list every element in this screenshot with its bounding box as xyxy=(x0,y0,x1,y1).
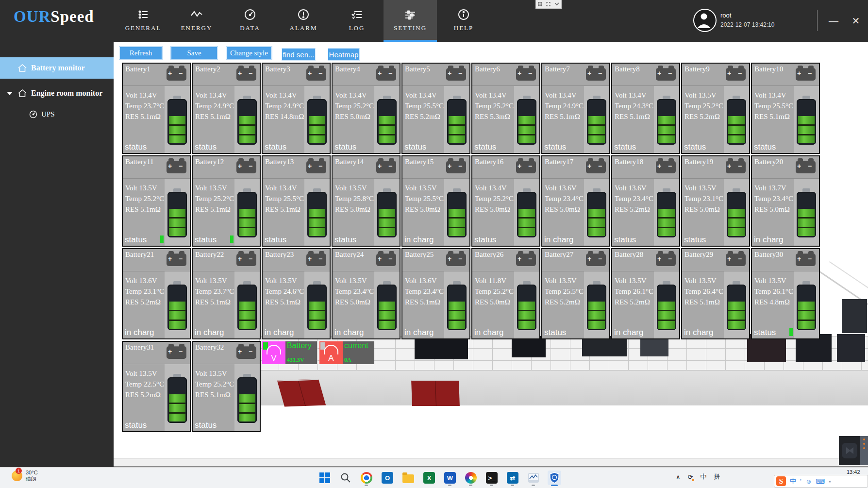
gauge-icon xyxy=(29,110,37,118)
battery-card[interactable]: Battery28 + − Volt 13.5V Temp 26.1°C RES… xyxy=(611,248,680,339)
battery-card[interactable]: Battery13 + − Volt 13.4V Temp 25.5°C RES… xyxy=(262,155,331,247)
battery-card[interactable]: Battery7 + − Volt 13.4V Temp 24.9°C RES … xyxy=(541,63,610,154)
taskbar-chrome-icon[interactable] xyxy=(360,471,373,485)
charge-indicator xyxy=(160,236,164,243)
battery-fill xyxy=(798,302,815,329)
taskbar-outlook-icon[interactable]: O xyxy=(381,471,394,485)
battery-card-header: Battery12 + − xyxy=(193,156,260,179)
battery-card[interactable]: Battery12 + − Volt 13.5V Temp 25.2°C RES… xyxy=(192,155,261,247)
battery-card[interactable]: Battery9 + − Volt 13.5V Temp 25.2°C RES … xyxy=(681,63,750,154)
battery-card[interactable]: Battery32 + − Volt 13.5V Temp 25.2°C RES… xyxy=(192,341,261,432)
nav-item-setting[interactable]: SETTING xyxy=(384,0,437,42)
battery-card[interactable]: Battery10 + − Volt 13.4V Temp 25.5°C RES… xyxy=(751,63,820,154)
battery-cap xyxy=(733,96,740,99)
battery-card[interactable]: Battery31 + − Volt 13.5V Temp 22.5°C RES… xyxy=(122,341,191,432)
sidebar-item-battery-monitor[interactable]: Battery monitor xyxy=(0,57,114,79)
battery-card[interactable]: Battery8 + − Volt 13.4V Temp 24.3°C RES … xyxy=(611,63,680,154)
taskbar-windows-icon[interactable] xyxy=(318,471,332,485)
battery-card[interactable]: Battery20 + − Volt 13.7V Temp 23.4°C RES… xyxy=(751,155,820,247)
battery-name: Battery22 xyxy=(195,251,224,259)
find-sen--button[interactable]: find sen... xyxy=(282,48,316,61)
ime-mode-icon[interactable]: 中 xyxy=(700,472,706,481)
battery-card[interactable]: Battery1 + − Volt 13.4V Temp 23.7°C RES … xyxy=(122,63,191,154)
battery-name: Battery13 xyxy=(265,158,294,166)
chevron-down-icon[interactable] xyxy=(554,2,559,6)
taskbar-search-icon[interactable] xyxy=(339,471,352,485)
battery-card[interactable]: Battery6 + − Volt 13.4V Temp 25.2°C RES … xyxy=(471,63,540,154)
battery-temp: Temp 23.4°C xyxy=(545,193,584,204)
taskbar-folder-icon[interactable] xyxy=(401,471,415,485)
battery-card[interactable]: Battery14 + − Volt 13.5V Temp 25.8°C RES… xyxy=(332,155,401,247)
battery-card[interactable]: Battery27 + − Volt 13.5V Temp 25.5°C RES… xyxy=(541,248,610,339)
battery-card[interactable]: Battery3 + − Volt 13.4V Temp 24.9°C RES … xyxy=(262,63,331,154)
close-button[interactable]: ✕ xyxy=(849,14,863,28)
nav-item-log[interactable]: LOG xyxy=(330,0,384,42)
battery-status: status xyxy=(614,142,636,152)
sidebar-item-ups[interactable]: UPS xyxy=(0,107,114,121)
nav-item-data[interactable]: DATA xyxy=(223,0,277,42)
refresh-button[interactable]: Refresh xyxy=(119,47,162,59)
battery-res: RES 5.2mΩ xyxy=(684,111,724,122)
ime-tool-icon[interactable]: ☺ xyxy=(805,478,812,485)
battery-card[interactable]: Battery11 + − Volt 13.5V Temp 25.2°C RES… xyxy=(122,155,191,247)
battery-card[interactable]: Battery15 + − Volt 13.5V Temp 25.5°C RES… xyxy=(401,155,470,247)
nav-label: GENERAL xyxy=(125,24,162,32)
battery-card[interactable]: Battery16 + − Volt 13.4V Temp 25.2°C RES… xyxy=(471,155,540,247)
battery-card[interactable]: Battery24 + − Volt 13.5V Temp 23.4°C RES… xyxy=(332,248,401,339)
heatmap-button[interactable]: Heatmap xyxy=(328,48,360,61)
nav-item-help[interactable]: HELP xyxy=(437,0,490,42)
ime-tool-icon[interactable]: ’ xyxy=(800,478,801,485)
battery-card[interactable]: Battery25 + − Volt 13.6V Temp 23.4°C RES… xyxy=(401,248,470,339)
taskbar-monitor-icon[interactable] xyxy=(527,471,540,485)
chevron-up-icon[interactable]: ∧ xyxy=(676,473,681,481)
ime-tool-icon[interactable]: ▪ xyxy=(829,478,831,485)
battery-card[interactable]: Battery17 + − Volt 13.6V Temp 23.4°C RES… xyxy=(541,155,610,247)
ime-tool-icon[interactable]: 中 xyxy=(790,477,796,486)
battery-card[interactable]: Battery5 + − Volt 13.4V Temp 25.5°C RES … xyxy=(401,63,470,154)
battery-fill xyxy=(728,302,745,329)
expand-arrow-icon[interactable] xyxy=(7,92,13,95)
taskbar-teamviewer-icon[interactable]: ⇄ xyxy=(506,471,519,485)
battery-card[interactable]: Battery26 + − Volt 11.8V Temp 25.2°C RES… xyxy=(471,248,540,339)
sync-icon[interactable]: ⟳ xyxy=(688,473,693,481)
taskbar-terminal-icon[interactable]: >_ xyxy=(485,471,499,485)
grid-icon[interactable] xyxy=(538,2,542,6)
nav-item-energy[interactable]: ENERGY xyxy=(170,0,223,42)
battery-name: Battery16 xyxy=(475,158,503,166)
battery-card[interactable]: Battery18 + − Volt 13.6V Temp 23.4°C RES… xyxy=(611,155,680,247)
minimize-button[interactable]: — xyxy=(826,14,841,28)
pinyin-icon[interactable]: 拼 xyxy=(714,472,720,481)
battery-status: in charg xyxy=(404,235,434,245)
meter-label-area: current 0A xyxy=(343,341,374,364)
battery-card[interactable]: Battery30 + − Volt 13.5V Temp 26.1°C RES… xyxy=(751,248,820,339)
battery-card[interactable]: Battery22 + − Volt 13.5V Temp 23.7°C RES… xyxy=(192,248,261,339)
sidebar-item-engine-room-monitor[interactable]: Engine room monitor xyxy=(0,84,114,103)
battery-card[interactable]: Battery21 + − Volt 13.6V Temp 23.1°C RES… xyxy=(122,248,191,339)
expand-icon[interactable] xyxy=(546,2,551,6)
nav-item-general[interactable]: GENERAL xyxy=(117,0,170,42)
save-button[interactable]: Save xyxy=(171,47,217,59)
taskbar-excel-icon[interactable]: X xyxy=(422,471,436,485)
battery-card[interactable]: Battery4 + − Volt 13.4V Temp 25.2°C RES … xyxy=(332,63,401,154)
taskbar-shield-icon[interactable] xyxy=(548,471,561,485)
battery-card[interactable]: Battery19 + − Volt 13.5V Temp 23.1°C RES… xyxy=(681,155,750,247)
avatar[interactable] xyxy=(693,9,717,32)
battery-cap xyxy=(523,188,531,192)
horizontal-scrollbar[interactable] xyxy=(114,458,868,467)
taskbar-swirl-icon[interactable] xyxy=(464,471,478,485)
battery-cap xyxy=(523,281,531,285)
ime-tool-icon[interactable]: ⌨ xyxy=(816,478,825,485)
battery-res: RES 5.1mΩ xyxy=(195,389,234,400)
battery-card[interactable]: Battery23 + − Volt 13.5V Temp 24.6°C RES… xyxy=(262,248,331,339)
battery-card[interactable]: Battery29 + − Volt 13.5V Temp 26.4°C RES… xyxy=(681,248,750,339)
taskbar-word-icon[interactable]: W xyxy=(443,471,457,485)
battery-card[interactable]: Battery2 + − Volt 13.4V Temp 24.9°C RES … xyxy=(192,63,261,154)
voltage-meter-tile[interactable]: V Battery 431.3V xyxy=(262,341,317,364)
battery-shell xyxy=(167,285,187,330)
battery-volt: Volt 13.5V xyxy=(405,183,444,193)
taskbar-weather[interactable]: 1 30°C晴朗 xyxy=(12,470,38,482)
current-meter-tile[interactable]: A current 0A xyxy=(319,341,374,364)
ime-toolbar[interactable]: S 中’☺⌨▪ xyxy=(774,475,868,488)
change-style-button[interactable]: Change style xyxy=(226,47,272,59)
nav-item-alarm[interactable]: ALARM xyxy=(277,0,330,42)
